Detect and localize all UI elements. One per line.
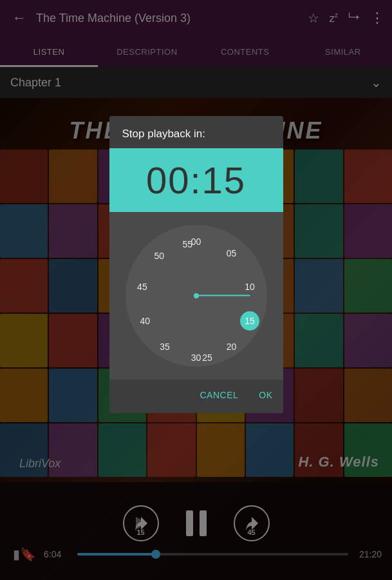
clock-center-dot <box>194 293 199 298</box>
clock-face[interactable]: 00 05 10 15 20 25 30 35 40 45 <box>126 225 267 367</box>
clock-num-50[interactable]: 50 <box>149 246 169 266</box>
stop-playback-dialog: Stop playback in: 00:15 00 05 10 15 20 <box>109 116 283 413</box>
clock-num-55[interactable]: 55 <box>178 235 197 254</box>
timer-hours: 00 <box>146 159 191 201</box>
dialog-title: Stop playback in: <box>109 116 283 148</box>
clock-num-45[interactable]: 45 <box>133 277 152 296</box>
clock-num-20[interactable]: 20 <box>222 337 241 356</box>
ok-button[interactable]: OK <box>256 385 275 405</box>
clock-picker[interactable]: 00 05 10 15 20 25 30 35 40 45 <box>109 212 283 380</box>
clock-num-40[interactable]: 40 <box>135 311 154 331</box>
clock-num-05[interactable]: 05 <box>222 244 241 263</box>
cancel-button[interactable]: CANCEL <box>197 385 241 405</box>
dialog-backdrop: Stop playback in: 00:15 00 05 10 15 20 <box>0 0 392 580</box>
timer-display: 00:15 <box>109 148 283 212</box>
clock-num-10[interactable]: 10 <box>240 277 259 296</box>
dialog-actions: CANCEL OK <box>109 380 283 413</box>
timer-minutes: 15 <box>202 159 247 201</box>
timer-separator: : <box>190 159 201 201</box>
clock-num-30[interactable]: 30 <box>187 348 206 367</box>
clock-num-35[interactable]: 35 <box>155 337 174 356</box>
clock-num-15[interactable]: 15 <box>240 311 259 331</box>
